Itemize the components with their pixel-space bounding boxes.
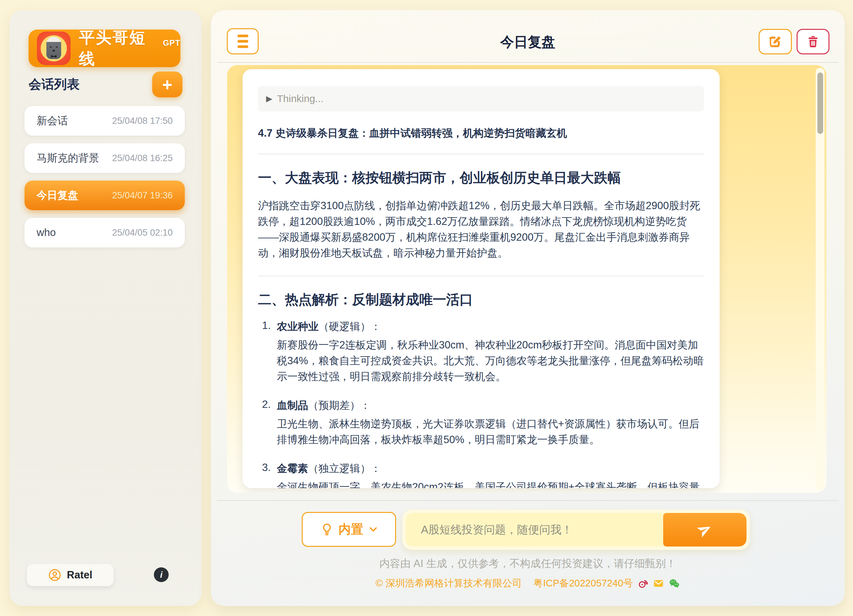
scrollbar-thumb[interactable] [817,73,823,134]
section-heading-1: 一、大盘表现：核按钮横扫两市，创业板创历史单日最大跌幅 [258,168,704,187]
company-link[interactable]: © 深圳浩希网格计算技术有限公司 [376,577,522,590]
list-item: 3.金霉素（独立逻辑）： 金河生物硬顶一字，美农生物20cm2连板。美国子公司提… [262,462,704,488]
chevron-down-icon [368,524,378,534]
list-body: 金河生物硬顶一字，美农生物20cm2连板。美国子公司提价预期+全球寡头垄断，但板… [277,479,704,488]
page-title: 今日复盘 [211,33,845,51]
app-logo-banner: 平头哥短线GPT [29,30,181,67]
session-item[interactable]: who 25/04/05 02:10 [24,218,185,247]
message-list: ▶ Thinking... 4.7 史诗级暴杀日复盘：血拼中试错弱转强，机构逆势… [227,65,826,493]
divider [258,154,704,154]
edit-icon [768,34,783,49]
thinking-label: Thinking... [277,93,323,104]
collapsed-arrow-icon: ▶ [266,94,272,103]
delete-session-button[interactable] [797,29,829,54]
list-term: 金霉素 [277,463,308,474]
icp-link[interactable]: 粤ICP备2022057240号 [533,577,633,590]
mode-select-button[interactable]: 内置 [302,512,396,547]
trash-icon [806,35,820,49]
scrollbar-track[interactable] [816,68,824,490]
mode-label: 内置 [338,521,364,538]
send-button[interactable] [663,513,747,546]
list-item: 1.农业种业（硬逻辑）： 新赛股份一字2连板定调，秋乐种业30cm、神农种业20… [262,319,704,384]
honey-badger-logo-icon [37,32,71,65]
composer-divider [217,500,839,501]
list-body: 卫光生物、派林生物逆势顶板，光大证券吹票逻辑（进口替代+资源属性）获市场认可。但… [277,416,704,448]
user-account-button[interactable]: Ratel [27,564,114,586]
list-term: 血制品 [277,400,308,411]
session-timestamp: 25/04/08 16:25 [112,153,173,163]
session-timestamp: 25/04/05 02:10 [112,228,173,238]
assistant-message-card: ▶ Thinking... 4.7 史诗级暴杀日复盘：血拼中试错弱转强，机构逆势… [243,69,719,488]
divider [258,275,704,276]
session-item[interactable]: 新会话 25/04/08 17:50 [24,106,185,136]
wechat-icon[interactable] [669,578,680,589]
session-timestamp: 25/04/07 19:36 [112,190,173,201]
header-divider [217,62,839,63]
edit-session-button[interactable] [759,29,792,54]
section-paragraph-1: 沪指跳空击穿3100点防线，创指单边俯冲跌超12%，创历史最大单日跌幅。全市场超… [258,198,704,261]
info-icon[interactable]: i [154,567,168,582]
section-heading-2: 二、热点解析：反制题材成唯一活口 [258,291,704,309]
session-title: who [36,227,56,239]
review-headline: 4.7 史诗级暴杀日复盘：血拼中试错弱转强，机构逆势扫货暗藏玄机 [258,126,704,140]
sidebar: 平头哥短线GPT 会话列表 + 新会话 25/04/08 17:50 马斯克的背… [9,10,202,606]
email-icon[interactable] [653,578,664,589]
session-timestamp: 25/04/08 17:50 [112,116,173,126]
new-session-button[interactable]: + [152,71,182,97]
app-badge: GPT [163,38,181,48]
lightbulb-icon [320,522,334,536]
list-body: 新赛股份一字2连板定调，秋乐种业30cm、神农种业20cm秒板打开空间。消息面中… [277,337,704,384]
chat-panel: 今日复盘 ▶ Thinking... [211,10,845,606]
paper-plane-icon [697,522,713,537]
session-item[interactable]: 马斯克的背景 25/04/08 16:25 [24,143,185,173]
ai-disclaimer: 内容由 AI 生成，仅供参考，不构成任何投资建议，请仔细甄别！ [211,557,845,571]
session-list-title: 会话列表 [29,76,80,93]
session-item-active[interactable]: 今日复盘 25/04/07 19:36 [24,181,185,210]
session-title: 新会话 [36,114,68,128]
message-input-container [402,510,750,550]
session-title: 马斯克的背景 [36,151,99,165]
user-icon [48,568,61,582]
footer-copyright: © 深圳浩希网格计算技术有限公司 粤ICP备2022057240号 [211,577,845,590]
hotspot-list: 1.农业种业（硬逻辑）： 新赛股份一字2连板定调，秋乐种业30cm、神农种业20… [258,319,704,488]
weibo-icon[interactable] [637,578,648,589]
user-name-label: Ratel [67,569,93,581]
list-term: 农业种业 [277,321,319,332]
thinking-collapsible[interactable]: ▶ Thinking... [258,86,704,112]
list-item: 2.血制品（预期差）： 卫光生物、派林生物逆势顶板，光大证券吹票逻辑（进口替代+… [262,398,704,448]
app-title: 平头哥短线GPT [79,30,181,67]
session-title: 今日复盘 [36,188,78,203]
